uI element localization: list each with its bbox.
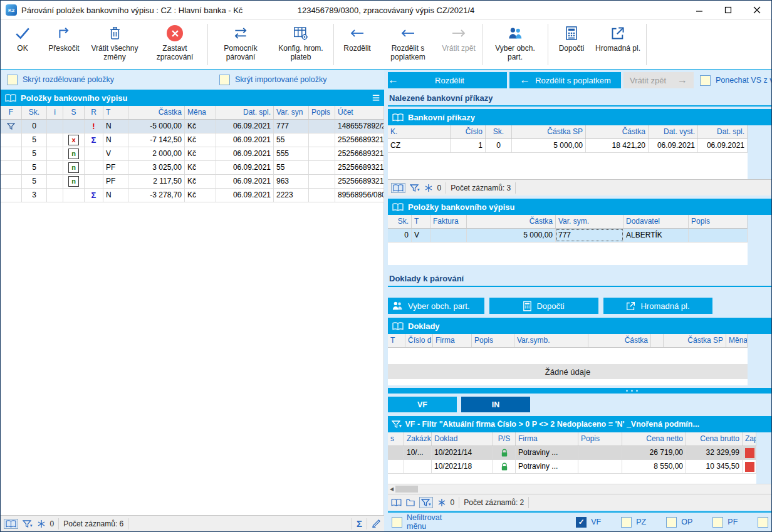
column-header[interactable]: Zaplaceno bbox=[743, 432, 756, 446]
column-header[interactable]: Částka bbox=[586, 125, 649, 138]
hide-imported-items-checkbox[interactable] bbox=[219, 75, 230, 85]
column-header[interactable]: Částka SP bbox=[512, 125, 586, 138]
column-header[interactable]: Cena netto bbox=[622, 432, 686, 446]
table-row[interactable]: 5nPF2 117,50Kč06.09.2021963252566893211/… bbox=[1, 175, 384, 189]
checkbox-nefiltrovat-měnu[interactable] bbox=[392, 517, 402, 528]
table-row[interactable]: 5xΣN-7 142,50Kč06.09.202155252566893211/… bbox=[1, 133, 384, 147]
column-header[interactable]: Sk. bbox=[388, 215, 412, 228]
column-header[interactable]: Účet bbox=[335, 106, 384, 119]
column-header[interactable]: Měna bbox=[185, 106, 216, 119]
snowflake-icon[interactable] bbox=[424, 184, 433, 192]
column-header[interactable]: Popis bbox=[309, 106, 335, 119]
column-header[interactable]: Var.symb. bbox=[514, 334, 588, 347]
snowflake-icon[interactable] bbox=[437, 498, 446, 507]
checkbox-vf[interactable]: ✓ bbox=[576, 517, 587, 528]
column-header[interactable]: Doklad bbox=[432, 432, 493, 446]
column-header[interactable]: Částka SP bbox=[664, 334, 726, 347]
maximize-button[interactable] bbox=[714, 1, 743, 19]
filter-icon[interactable]: ▾ bbox=[410, 184, 420, 192]
column-header[interactable]: Var. syn bbox=[274, 106, 309, 119]
ok-button[interactable]: OK bbox=[2, 20, 43, 69]
column-header[interactable]: i bbox=[47, 106, 63, 119]
split-with-fee-button[interactable]: Rozdělit s poplatkem bbox=[378, 20, 438, 69]
keep-vs-checkbox[interactable] bbox=[700, 75, 711, 86]
table-row[interactable]: 5nV2 000,00Kč06.09.2021555252566893211/0… bbox=[1, 147, 384, 161]
checkbox-pf[interactable] bbox=[712, 517, 723, 528]
column-header[interactable]: Popis bbox=[689, 215, 748, 228]
tab-vf[interactable]: VF bbox=[388, 397, 457, 412]
table-row[interactable]: 5nPF3 025,00Kč06.09.202155252566893211/0… bbox=[1, 161, 384, 175]
column-header[interactable]: Dat. vyst. bbox=[649, 125, 698, 138]
column-header[interactable]: R bbox=[85, 106, 103, 119]
table-row[interactable]: 0V5 000,00777ALBERTÍK bbox=[388, 229, 748, 243]
splitter-handle[interactable] bbox=[388, 388, 772, 394]
column-header[interactable]: Popis bbox=[472, 334, 514, 347]
bulk-payment-config-button[interactable]: Konfig. hrom. plateb bbox=[271, 20, 331, 69]
column-header[interactable]: Cena brutto bbox=[686, 432, 743, 446]
column-header[interactable]: Sk. bbox=[486, 125, 512, 138]
filter-icon[interactable]: ▾ bbox=[23, 519, 33, 528]
select-partner-action-button[interactable]: Vyber obch. part. bbox=[388, 298, 484, 314]
book-icon[interactable] bbox=[391, 183, 405, 193]
column-header[interactable]: Dat. spl. bbox=[698, 125, 748, 138]
split-fee-action-button[interactable]: ← Rozdělit s poplatkem bbox=[509, 72, 621, 88]
column-header[interactable]: Faktura bbox=[430, 215, 467, 228]
close-button[interactable] bbox=[743, 1, 771, 19]
column-header[interactable]: T bbox=[412, 215, 430, 228]
column-header[interactable]: Var. sym. bbox=[556, 215, 623, 228]
column-header[interactable]: T bbox=[388, 334, 405, 347]
split-action-button[interactable]: ← Rozdělit bbox=[388, 72, 507, 88]
checkbox-pz[interactable] bbox=[621, 517, 632, 528]
column-header[interactable] bbox=[651, 334, 664, 347]
folder-icon[interactable] bbox=[406, 499, 415, 506]
split-button[interactable]: Rozdělit bbox=[336, 20, 378, 69]
bulk-payment-action-button[interactable]: Hromadná pl. bbox=[603, 298, 712, 314]
checkbox-vz[interactable] bbox=[758, 517, 768, 528]
column-header[interactable]: Firma bbox=[516, 432, 578, 446]
pairing-wizard-button[interactable]: Pomocník párování bbox=[211, 20, 271, 69]
column-header[interactable]: Měna bbox=[726, 334, 748, 347]
bulk-payment-button[interactable]: Hromadná pl. bbox=[592, 20, 644, 69]
table-row[interactable]: 3ΣN-3 278,70Kč06.09.2021222389568956/080… bbox=[1, 189, 384, 202]
menu-icon[interactable]: ≡ bbox=[372, 91, 380, 105]
column-header[interactable]: Dat. spl. bbox=[216, 106, 274, 119]
column-header[interactable]: Popis bbox=[578, 432, 622, 446]
column-header[interactable]: Firma bbox=[433, 334, 472, 347]
column-header[interactable]: s bbox=[388, 432, 404, 446]
table-row[interactable]: CZ105 000,0018 421,2006.09.202106.09.202… bbox=[388, 139, 748, 153]
tab-in[interactable]: IN bbox=[461, 397, 530, 412]
column-header[interactable]: Částka bbox=[588, 334, 651, 347]
column-header[interactable]: Částka bbox=[128, 106, 185, 119]
snowflake-icon[interactable] bbox=[37, 519, 46, 528]
minimize-button[interactable] bbox=[685, 1, 714, 19]
stop-processing-button[interactable]: Zastavt zpracování bbox=[145, 20, 205, 69]
column-header[interactable]: Číslo bbox=[451, 125, 486, 138]
column-header[interactable]: F bbox=[1, 106, 22, 119]
column-header[interactable]: Číslo d bbox=[405, 334, 433, 347]
undo-action-button[interactable]: Vrátit zpět → bbox=[623, 72, 694, 88]
column-header[interactable]: S bbox=[63, 106, 85, 119]
checkbox-op[interactable] bbox=[666, 517, 677, 528]
column-header[interactable]: Sk. bbox=[22, 106, 47, 119]
skip-button[interactable]: Přeskočit bbox=[43, 20, 85, 69]
recalculate-button[interactable]: Dopočti bbox=[551, 20, 592, 69]
column-header[interactable]: T bbox=[103, 106, 128, 119]
recalculate-action-button[interactable]: Dopočti bbox=[489, 298, 598, 314]
revert-all-button[interactable]: Vrátit všechny změny bbox=[85, 20, 145, 69]
edit-icon[interactable] bbox=[372, 519, 381, 528]
book-icon[interactable] bbox=[4, 519, 18, 529]
filter-icon[interactable]: ▾ bbox=[419, 497, 433, 508]
column-header[interactable]: Zakázka bbox=[404, 432, 432, 446]
column-header[interactable]: P/S bbox=[493, 432, 516, 446]
invoices-hscrollbar[interactable]: ◀ ▶ bbox=[388, 484, 772, 494]
column-header[interactable]: Částka bbox=[467, 215, 556, 228]
column-header[interactable]: Dodavatel bbox=[623, 215, 689, 228]
select-partner-button[interactable]: Vyber obch. part. bbox=[485, 20, 545, 69]
book-icon[interactable] bbox=[391, 499, 402, 506]
table-row[interactable]: 0!N-5 000,00Kč06.09.20217771486557892/26… bbox=[1, 120, 384, 133]
column-header[interactable]: K. bbox=[388, 125, 451, 138]
table-row[interactable]: 10/...10/2021/14Potraviny ...26 719,0032… bbox=[388, 446, 756, 460]
undo-button[interactable]: Vrátit zpět bbox=[438, 20, 479, 69]
hide-split-items-checkbox[interactable] bbox=[7, 75, 18, 85]
sum-icon[interactable]: Σ bbox=[357, 518, 362, 529]
